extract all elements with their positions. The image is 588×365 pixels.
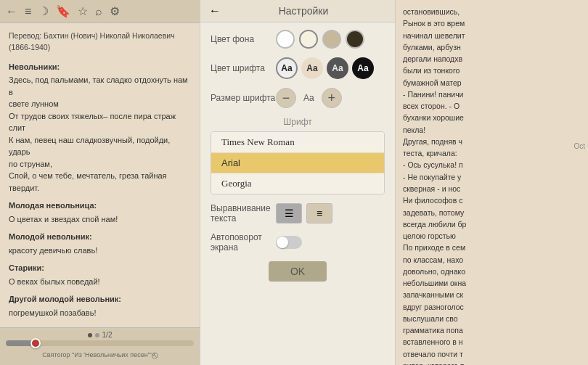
right-text: остановившись,Рынок в это времначинал ше… bbox=[403, 6, 581, 365]
font-item-georgia[interactable]: Georgia bbox=[211, 173, 384, 194]
bottom-label: Святогор "Из 'Невольничьих песен'" bbox=[42, 351, 151, 358]
menu-icon[interactable]: ≡ bbox=[25, 5, 31, 18]
progress-bar[interactable] bbox=[6, 340, 194, 346]
dot-1 bbox=[88, 333, 92, 337]
page-indicator: 1/2 bbox=[102, 331, 113, 339]
background-color-label: Цвет фона bbox=[211, 34, 276, 44]
share-icon[interactable]: ⎋ bbox=[152, 349, 158, 361]
settings-icon[interactable]: ⚙ bbox=[110, 4, 120, 18]
left-panel: ← ≡ ☽ 🔖 ☆ ⌕ ⚙ Перевод: Бахтин (Нович) Ни… bbox=[0, 0, 200, 365]
font-size-row: Размер шрифта − Aa + bbox=[211, 88, 385, 108]
font-list: Times New Roman Arial Georgia bbox=[211, 131, 385, 194]
back-icon[interactable]: ← bbox=[6, 5, 17, 18]
toggle-knob bbox=[277, 237, 288, 248]
settings-panel: ← Настройки Цвет фона Цвет шрифта Aa Aa … bbox=[200, 0, 396, 365]
left-content: Перевод: Бахтин (Нович) Николай Николаев… bbox=[0, 23, 200, 327]
translator-text: Перевод: Бахтин (Нович) Николай Николаев… bbox=[9, 30, 191, 54]
align-section: Выравнивание текста ☰ ≡ bbox=[211, 203, 385, 223]
background-color-options bbox=[276, 30, 364, 49]
font-color-4[interactable]: Aa bbox=[352, 57, 374, 79]
bottom-bar: Святогор "Из 'Невольничьих песен'" ⎋ bbox=[36, 348, 163, 362]
align-left-btn[interactable]: ☰ bbox=[276, 203, 302, 223]
settings-toolbar: ← Настройки bbox=[200, 0, 395, 22]
search-icon[interactable]: ⌕ bbox=[95, 5, 102, 18]
section-young-girl-text: О цветах и звездах спой нам! bbox=[9, 213, 191, 226]
right-panel: остановившись,Рынок в это времначинал ше… bbox=[396, 0, 588, 365]
left-bottom: 1/2 Святогор "Из 'Невольничьих песен'" ⎋ bbox=[0, 327, 200, 365]
settings-content: Цвет фона Цвет шрифта Aa Aa Aa Aa Размер… bbox=[200, 22, 395, 365]
bg-color-dark[interactable] bbox=[346, 30, 364, 49]
align-justify-btn[interactable]: ≡ bbox=[306, 203, 332, 223]
left-toolbar: ← ≡ ☽ 🔖 ☆ ⌕ ⚙ bbox=[0, 0, 200, 23]
font-size-plus-btn[interactable]: + bbox=[322, 88, 342, 108]
section-young-boy-title: Молодой невольник: bbox=[9, 231, 191, 243]
oct-label: Oct bbox=[571, 141, 588, 152]
bg-color-cream[interactable] bbox=[299, 30, 318, 49]
font-color-label: Цвет шрифта bbox=[211, 63, 276, 73]
font-item-times[interactable]: Times New Roman bbox=[211, 132, 384, 153]
section-young-boy-text: красоту девичью славь! bbox=[9, 245, 191, 257]
section-elders-text: О веках былых поведай! bbox=[9, 276, 191, 288]
auto-rotate-toggle[interactable] bbox=[276, 236, 302, 249]
section-young-girl-title: Молодая невольница: bbox=[9, 200, 191, 212]
font-color-1[interactable]: Aa bbox=[276, 57, 298, 79]
star-icon[interactable]: ☆ bbox=[78, 4, 88, 18]
auto-rotate-label: Автоповорот экрана bbox=[211, 232, 276, 253]
page-dots: 1/2 bbox=[88, 331, 113, 339]
font-color-row: Цвет шрифта Aa Aa Aa Aa bbox=[211, 57, 385, 79]
section-other-text: погремушкой позабавь! bbox=[9, 307, 191, 319]
font-color-3[interactable]: Aa bbox=[327, 57, 348, 79]
font-color-2[interactable]: Aa bbox=[301, 57, 323, 79]
background-color-row: Цвет фона bbox=[211, 30, 385, 49]
font-size-aa: Aa bbox=[303, 93, 314, 103]
auto-rotate-row: Автоповорот экрана bbox=[211, 232, 385, 253]
font-item-arial[interactable]: Arial bbox=[211, 153, 384, 173]
section-slaves-title: Невольники: bbox=[9, 61, 191, 73]
font-section-label: Шрифт bbox=[211, 117, 385, 127]
font-size-minus-btn[interactable]: − bbox=[276, 88, 296, 108]
size-controls: − Aa + bbox=[276, 88, 342, 108]
section-other-title: Другой молодой невольник: bbox=[9, 293, 191, 305]
font-size-label: Размер шрифта bbox=[211, 93, 276, 103]
bookmark-icon[interactable]: 🔖 bbox=[56, 4, 70, 18]
settings-title: Настройки bbox=[221, 5, 386, 17]
align-options: ☰ ≡ bbox=[276, 203, 332, 223]
progress-handle[interactable] bbox=[30, 338, 41, 348]
moon-icon[interactable]: ☽ bbox=[38, 4, 49, 18]
bg-color-white[interactable] bbox=[276, 30, 295, 49]
settings-back-icon[interactable]: ← bbox=[209, 4, 221, 17]
section-slaves-text: Здесь, под пальмами, так сладко отдохнут… bbox=[9, 74, 191, 194]
ok-button[interactable]: OK bbox=[269, 261, 327, 282]
dot-2 bbox=[95, 333, 99, 337]
align-label: Выравнивание текста bbox=[211, 203, 276, 223]
section-elders-title: Старики: bbox=[9, 262, 191, 274]
font-color-options: Aa Aa Aa Aa bbox=[276, 57, 374, 79]
bg-color-tan[interactable] bbox=[322, 30, 341, 49]
